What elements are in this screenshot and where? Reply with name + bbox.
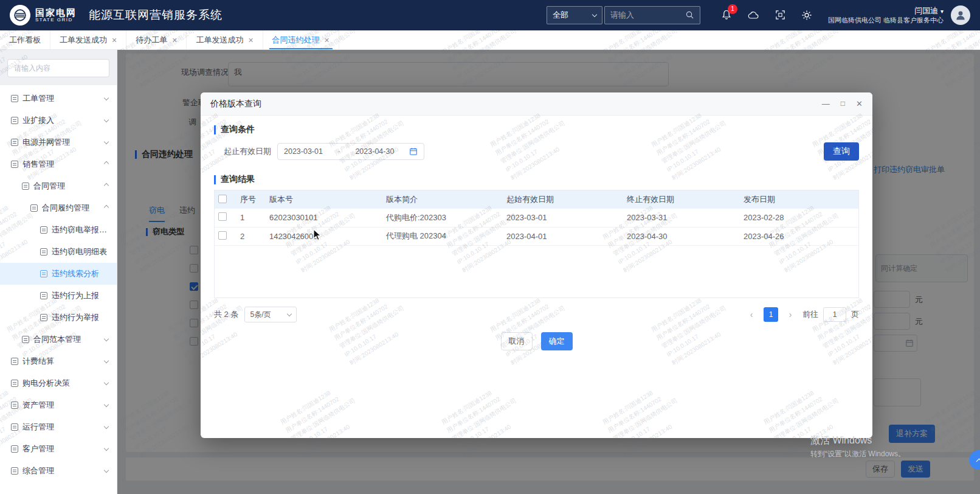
- chevron-down-icon: [104, 424, 109, 429]
- sidebar-item-合同管理[interactable]: 合同管理: [0, 175, 117, 197]
- menu-label: 合同范本管理: [33, 334, 81, 345]
- settings-gear-icon[interactable]: [801, 10, 812, 21]
- chevron-down-icon: ▾: [940, 8, 944, 15]
- logo-text-cn: 国家电网: [35, 8, 77, 18]
- column-header: 终止有效日期: [623, 190, 740, 209]
- sidebar-item-电源并网管理[interactable]: 电源并网管理: [0, 131, 117, 153]
- page-button-1[interactable]: 1: [764, 307, 778, 322]
- sidebar-item-违约行为举报[interactable]: 违约行为举报: [0, 307, 117, 329]
- section-bar: [214, 175, 216, 184]
- tab-close-icon[interactable]: ×: [325, 36, 330, 44]
- sidebar-item-业扩接入[interactable]: 业扩接入: [0, 110, 117, 131]
- search-scope-value: 全部: [553, 10, 568, 21]
- calendar-icon: [409, 147, 418, 156]
- sidebar-item-工单管理[interactable]: 工单管理: [0, 88, 117, 110]
- date-range-label: 起止有效日期: [224, 146, 271, 157]
- sidebar-search: [0, 50, 117, 85]
- sidebar-item-客户管理[interactable]: 客户管理: [0, 438, 117, 460]
- query-button[interactable]: 查询: [824, 142, 859, 161]
- chevron-down-icon: [104, 380, 109, 385]
- table-cell: 2023-03-01: [503, 209, 623, 227]
- table-cell: 2023-04-30: [623, 227, 740, 245]
- table-row[interactable]: 162023030101代购电价:2023032023-03-012023-03…: [215, 209, 858, 227]
- menu-label: 违约窃电明细表: [52, 246, 107, 257]
- fullscreen-scan-icon[interactable]: [775, 10, 785, 20]
- app-header: 国家电网 STATE GRID 能源互联网营销服务系统 全部 请输入 1: [0, 0, 980, 30]
- tab-close-icon[interactable]: ×: [248, 36, 253, 44]
- confirm-button[interactable]: 确定: [541, 332, 573, 350]
- date-range-input[interactable]: 2023-03-01 - 2023-04-30: [277, 143, 424, 160]
- state-grid-logo-icon: [10, 5, 30, 26]
- maximize-icon[interactable]: □: [841, 100, 845, 108]
- sidebar-item-违约行为上报[interactable]: 违约行为上报: [0, 285, 117, 307]
- search-scope-select[interactable]: 全部: [547, 6, 602, 24]
- cloud-icon[interactable]: [748, 10, 759, 19]
- sidebar-item-合同范本管理[interactable]: 合同范本管理: [0, 329, 117, 350]
- price-version-dialog: 价格版本查询 — □ ✕ 查询条件 起止有效日期 2023-03-01 - 20…: [201, 92, 872, 438]
- menu-label: 违约行为上报: [52, 290, 99, 301]
- notifications-bell-icon[interactable]: 1: [721, 10, 732, 20]
- tab-close-icon[interactable]: ×: [172, 36, 177, 44]
- avatar[interactable]: [951, 5, 970, 25]
- tab-2[interactable]: 工单发送成功×: [50, 30, 126, 49]
- menu-doc-icon: [11, 117, 18, 124]
- menu-label: 违约线索分析: [52, 268, 99, 279]
- menu-doc-icon: [22, 183, 29, 190]
- select-all-checkbox[interactable]: [218, 195, 227, 203]
- date-end-value[interactable]: 2023-04-30: [355, 147, 394, 156]
- next-page-button[interactable]: ›: [783, 307, 798, 322]
- row-checkbox-cell: [215, 209, 236, 227]
- date-start-value[interactable]: 2023-03-01: [284, 147, 323, 156]
- chevron-down-icon: [104, 139, 109, 144]
- row-checkbox[interactable]: [218, 212, 227, 221]
- sidebar-item-销售管理[interactable]: 销售管理: [0, 153, 117, 175]
- sidebar-item-违约窃电明细表[interactable]: 违约窃电明细表: [0, 241, 117, 263]
- column-header: 版本简介: [382, 190, 503, 209]
- date-separator: -: [338, 147, 340, 156]
- menu-doc-icon: [40, 314, 47, 321]
- user-info-dropdown[interactable]: 闫国迪 ▾ 国网临猗供电公司 临猗县客户服务中心: [828, 5, 944, 25]
- menu-label: 业扩接入: [22, 115, 54, 126]
- menu-doc-icon: [11, 161, 18, 168]
- chevron-up-icon: [976, 458, 980, 464]
- sidebar-item-综合管理[interactable]: 综合管理: [0, 460, 117, 482]
- tab-close-icon[interactable]: ×: [112, 36, 117, 44]
- global-search-input[interactable]: 请输入: [604, 6, 700, 24]
- column-header: 序号: [236, 190, 266, 209]
- sidebar-item-购电分析决策[interactable]: 购电分析决策: [0, 372, 117, 394]
- sidebar-item-合同履约管理[interactable]: 合同履约管理: [0, 197, 117, 219]
- user-org: 国网临猗供电公司 临猗县客户服务中心: [828, 16, 944, 25]
- sidebar-item-计费结算[interactable]: 计费结算: [0, 350, 117, 372]
- prev-page-button[interactable]: ‹: [744, 307, 759, 322]
- menu-doc-icon: [11, 402, 18, 409]
- table-row[interactable]: 214230426005代理购电 2023042023-04-012023-04…: [215, 227, 858, 245]
- sidebar-item-资产管理[interactable]: 资产管理: [0, 394, 117, 416]
- sidebar-menu: 工单管理业扩接入电源并网管理销售管理合同管理合同履约管理违约窃电举报奖励违约窃电…: [0, 85, 117, 482]
- minimize-icon[interactable]: —: [822, 100, 830, 108]
- sidebar-item-违约窃电举报奖励[interactable]: 违约窃电举报奖励: [0, 219, 117, 241]
- cancel-button[interactable]: 取消: [501, 332, 533, 350]
- sidebar-item-运行管理[interactable]: 运行管理: [0, 416, 117, 438]
- tab-3[interactable]: 待办工单×: [126, 30, 187, 49]
- search-icon[interactable]: [685, 10, 694, 19]
- page-size-select[interactable]: 5条/页: [244, 307, 297, 322]
- sidebar-item-违约线索分析[interactable]: 违约线索分析: [0, 263, 117, 285]
- result-section-title: 查询结果: [221, 174, 255, 185]
- tab-4[interactable]: 工单发送成功×: [187, 30, 263, 49]
- total-count: 共 2 条: [214, 309, 238, 320]
- tab-1[interactable]: 工作看板: [0, 30, 50, 49]
- menu-label: 运行管理: [22, 422, 54, 433]
- sidebar-search-input[interactable]: [7, 59, 109, 77]
- menu-doc-icon: [30, 204, 38, 212]
- tab-5[interactable]: 合同违约处理×: [263, 30, 339, 49]
- dialog-header[interactable]: 价格版本查询 — □ ✕: [201, 92, 872, 116]
- tab-label: 工作看板: [9, 35, 41, 46]
- table-cell: 2: [236, 227, 266, 245]
- menu-doc-icon: [11, 139, 18, 146]
- column-header: 发布日期: [740, 190, 858, 209]
- query-section-title: 查询条件: [221, 124, 255, 135]
- row-checkbox[interactable]: [218, 231, 227, 240]
- close-icon[interactable]: ✕: [856, 100, 863, 108]
- goto-page-input[interactable]: [823, 307, 846, 322]
- menu-doc-icon: [22, 336, 29, 343]
